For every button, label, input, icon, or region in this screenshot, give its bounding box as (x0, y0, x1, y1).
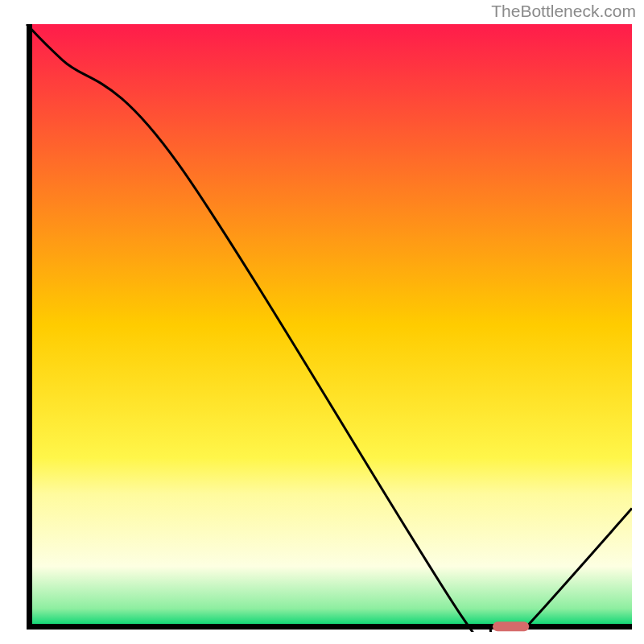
plot-area (24, 24, 632, 632)
watermark-text: TheBottleneck.com (491, 2, 636, 21)
chart-container: TheBottleneck.com (0, 0, 644, 644)
gradient-background (30, 24, 633, 627)
chart-svg (24, 24, 632, 632)
highlight-marker (493, 621, 529, 631)
